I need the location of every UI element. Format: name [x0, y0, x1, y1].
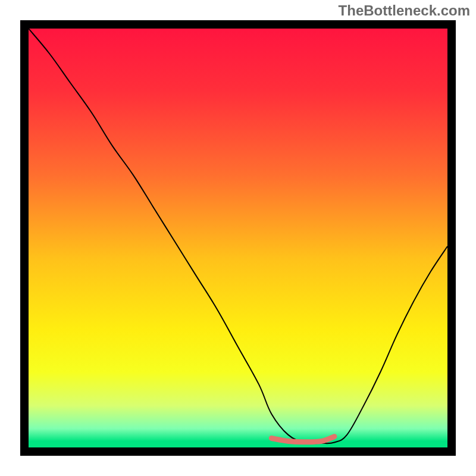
curve-layer [29, 29, 447, 447]
chart-frame [20, 20, 456, 456]
chart-container: TheBottleneck.com [0, 0, 476, 476]
plot-area [29, 29, 447, 447]
bottleneck-curve [29, 29, 447, 443]
optimal-range-marker [271, 437, 334, 442]
watermark-text: TheBottleneck.com [339, 2, 470, 19]
